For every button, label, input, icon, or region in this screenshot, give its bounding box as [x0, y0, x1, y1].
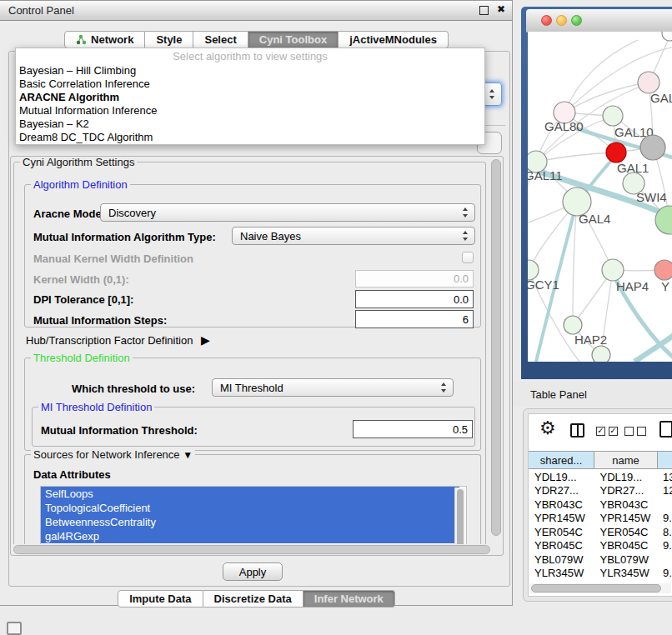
collapsed-panel-icon[interactable]	[7, 622, 22, 635]
tab-cyni-toolbox[interactable]: Cyni Toolbox	[248, 31, 339, 48]
mi-threshold-field[interactable]: 0.5	[353, 420, 473, 438]
minimize-traffic-light-icon[interactable]	[556, 15, 567, 26]
network-icon	[76, 34, 87, 45]
hub-definition-expander[interactable]: Hub/Transcription Factor Definition ▶	[26, 333, 210, 347]
table-cell: YBR043C	[594, 498, 658, 511]
tab-network[interactable]: Network	[64, 31, 145, 48]
table-row[interactable]: YBR045CYBR045C9.	[529, 539, 672, 553]
dropdown-prompt: Select algorithm to view settings	[16, 48, 484, 64]
table-cell: YBR045C	[529, 539, 594, 552]
network-canvas: GALGAL80GAL10GAL1GAL11SWI4GAL4GCY1HAP4YH…	[528, 32, 672, 362]
control-panel-titlebar: Control Panel ✖	[0, 1, 512, 21]
table-row[interactable]: YBR043CYBR043C	[529, 498, 672, 512]
network-node[interactable]	[606, 142, 626, 162]
which-threshold-combo[interactable]: MI Threshold	[212, 378, 454, 397]
table-row[interactable]: YDL19...YDL19...13	[529, 470, 672, 484]
table-options-gear-icon[interactable]: ⚙	[539, 418, 556, 439]
table-cell: YPR145W	[594, 512, 658, 524]
aracne-mode-combo[interactable]: Discovery	[100, 203, 475, 222]
column-layout-icon[interactable]	[570, 423, 584, 438]
tab-discretize-data[interactable]: Discretize Data	[203, 590, 303, 608]
table-header: shared... name	[529, 451, 672, 469]
network-view-frame[interactable]: GALGAL80GAL10GAL1GAL11SWI4GAL4GCY1HAP4YH…	[521, 7, 672, 379]
close-window-icon[interactable]: ✖	[497, 3, 505, 15]
table-row[interactable]: YPR145WYPR145W9.	[529, 512, 672, 526]
vertical-scrollbar[interactable]	[491, 159, 501, 536]
algorithm-option[interactable]: Mutual Information Inference	[16, 104, 484, 118]
network-node[interactable]	[592, 346, 610, 362]
float-window-icon[interactable]	[479, 6, 489, 15]
tab-infer-network[interactable]: Infer Network	[303, 590, 395, 608]
select-all-icon[interactable]: ✓✓	[596, 427, 618, 436]
tab-impute-data[interactable]: Impute Data	[118, 590, 203, 608]
network-canvas-container[interactable]: GALGAL80GAL10GAL1GAL11SWI4GAL4GCY1HAP4YH…	[528, 32, 672, 362]
deselect-all-icon[interactable]	[624, 427, 646, 436]
cyni-algorithm-settings-group: Cyni Algorithm Settings Algorithm Defini…	[13, 162, 486, 544]
data-attribute-item[interactable]: BetweennessCentrality	[41, 515, 459, 529]
table-cell: YDR27...	[529, 484, 594, 497]
zoom-traffic-light-icon[interactable]	[571, 15, 582, 26]
table-cell: YER054C	[529, 526, 594, 538]
mi-threshold-group: MI Threshold Definition Mutual Informati…	[32, 407, 475, 447]
table-cell: YPR145W	[529, 512, 594, 524]
algorithm-option[interactable]: ARACNE Algorithm	[16, 91, 484, 104]
table-cell: YDL19...	[529, 471, 594, 483]
mi-steps-field[interactable]: 6	[355, 310, 474, 328]
table-cell: YBL079W	[529, 553, 594, 566]
kernel-width-label: Kernel Width (0,1):	[33, 273, 129, 286]
algorithm-definition-title: Algorithm Definition	[31, 178, 130, 191]
mi-type-combo[interactable]: Naive Bayes	[232, 227, 475, 245]
network-node[interactable]	[662, 32, 672, 41]
tab-jactivemnodules[interactable]: jActiveMNodules	[339, 31, 449, 48]
data-attribute-item[interactable]: gal4RGexp	[41, 529, 459, 543]
window-title: Control Panel	[8, 4, 74, 17]
list-scrollbar[interactable]	[454, 488, 465, 544]
algorithm-option[interactable]: Bayesian – K2	[16, 118, 484, 131]
node-label: GAL	[650, 91, 672, 105]
horizontal-scrollbar[interactable]	[13, 545, 490, 554]
network-node[interactable]	[564, 316, 582, 334]
manual-kernel-label: Manual Kernel Width Definition	[33, 252, 193, 265]
algorithm-option[interactable]: Basic Correlation Inference	[16, 78, 484, 91]
kernel-width-field[interactable]: 0.0	[355, 270, 474, 288]
table-row[interactable]: YER054CYER054C8.	[529, 525, 672, 539]
threshold-definition-title: Threshold Definition	[31, 352, 133, 364]
dpi-tolerance-label: DPI Tolerance [0,1]:	[33, 293, 133, 306]
network-node[interactable]	[603, 106, 623, 126]
column-header-shared[interactable]: shared...	[529, 452, 594, 468]
column-header-partial[interactable]	[658, 452, 672, 468]
table-body: YDL19...YDL19...13YDR27...YDR27...12YBR0…	[529, 470, 672, 584]
table-cell: 13	[657, 471, 672, 483]
table-row[interactable]: YBL079WYBL079W	[529, 552, 672, 567]
table-cell: YBR045C	[594, 539, 658, 552]
cyni-algorithm-settings-title: Cyni Algorithm Settings	[20, 157, 137, 168]
table-cell: 9.	[657, 512, 672, 524]
column-header-name[interactable]: name	[594, 452, 658, 468]
new-table-icon[interactable]	[659, 421, 672, 438]
algorithm-option[interactable]: Bayesian – Hill Climbing	[16, 64, 484, 78]
network-node[interactable]	[640, 135, 665, 160]
table-row[interactable]: YLR345WYLR345W9.	[529, 567, 672, 581]
data-attribute-item[interactable]: SelfLoops	[41, 487, 459, 501]
algorithm-dropdown-popup: Select algorithm to view settings Bayesi…	[15, 48, 485, 145]
table-cell: YDR27...	[594, 484, 658, 497]
network-node[interactable]	[602, 259, 624, 281]
mi-steps-label: Mutual Information Steps:	[33, 314, 167, 327]
algorithm-option[interactable]: Dream8 DC_TDC Algorithm	[16, 131, 484, 144]
table-row[interactable]: YDR27...YDR27...12	[529, 484, 672, 498]
data-attribute-item[interactable]: TopologicalCoefficient	[41, 501, 459, 515]
dpi-tolerance-field[interactable]: 0.0	[355, 290, 474, 308]
algorithm-definition-group: Algorithm Definition Aracne Mode: Discov…	[24, 184, 481, 328]
network-window-titlebar	[526, 9, 672, 32]
aracne-mode-label: Aracne Mode:	[33, 208, 105, 220]
tab-select[interactable]: Select	[193, 31, 248, 48]
manual-kernel-checkbox[interactable]	[462, 252, 474, 263]
hidden-groupbox-edge	[485, 125, 505, 126]
table-horizontal-scrollbar[interactable]	[529, 583, 671, 593]
bottom-tabstrip: Impute Data Discretize Data Infer Networ…	[0, 590, 513, 608]
data-attributes-list[interactable]: SelfLoopsTopologicalCoefficientBetweenne…	[40, 486, 467, 544]
close-traffic-light-icon[interactable]	[541, 15, 552, 26]
apply-button[interactable]: Apply	[223, 562, 283, 581]
tab-style[interactable]: Style	[145, 31, 193, 48]
network-node[interactable]	[654, 260, 672, 280]
